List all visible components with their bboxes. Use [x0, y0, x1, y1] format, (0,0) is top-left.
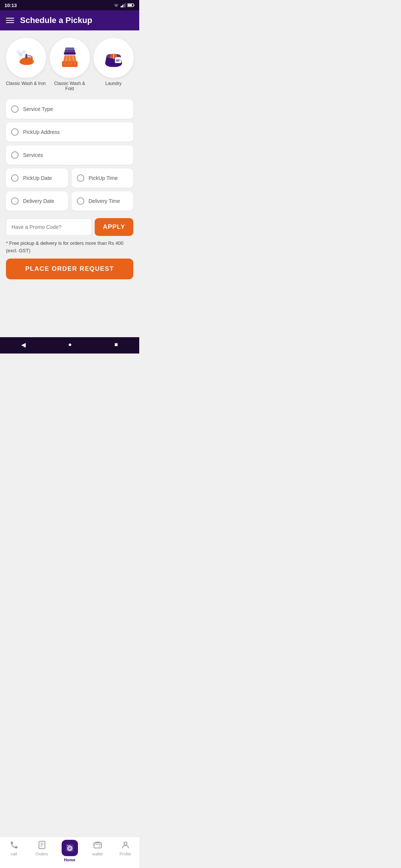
hamburger-line2: [6, 20, 14, 21]
svg-rect-18: [65, 47, 74, 50]
delivery-time-item[interactable]: Delivery Time: [72, 191, 134, 211]
status-icons: [113, 3, 135, 7]
svg-rect-5: [134, 5, 135, 6]
wash-iron-icon-circle: [6, 38, 46, 78]
pickup-date-radio[interactable]: [11, 174, 19, 182]
hamburger-line3: [6, 22, 14, 23]
pickup-time-label: PickUp Time: [89, 175, 118, 181]
laundry-icon-circle: 40°: [94, 38, 134, 78]
pickup-date-label: PickUp Date: [23, 175, 52, 181]
laundry-icon: 40°: [101, 45, 127, 71]
services-radio[interactable]: [11, 151, 19, 159]
services-item[interactable]: Services: [6, 145, 133, 165]
service-type-label: Service Type: [23, 106, 53, 112]
apply-promo-button[interactable]: APPLY: [95, 218, 133, 236]
svg-rect-8: [25, 54, 27, 59]
wifi-icon: [113, 3, 119, 7]
place-order-button[interactable]: PLACE ORDER REQUEST: [6, 259, 133, 279]
service-cards-section: Classic Wash & Iron: [0, 30, 139, 95]
svg-rect-2: [124, 4, 125, 7]
svg-text:40°: 40°: [115, 59, 121, 62]
wash-iron-label: Classic Wash & Iron: [6, 81, 46, 86]
wash-fold-icon: [57, 45, 83, 71]
app-header: Schedule a Pickup: [0, 10, 139, 30]
home-button[interactable]: ●: [68, 341, 72, 348]
service-type-radio[interactable]: [11, 105, 19, 113]
service-card-wash-fold[interactable]: Classic Wash & Fold: [50, 38, 90, 91]
status-time: 10:13: [4, 3, 17, 8]
pickup-time-radio[interactable]: [77, 174, 84, 182]
android-nav-bar: ◀ ● ■: [0, 337, 139, 354]
form-section: Service Type PickUp Address Services Pic…: [0, 95, 139, 215]
back-button[interactable]: ◀: [21, 341, 26, 348]
pickup-time-item[interactable]: PickUp Time: [72, 168, 134, 188]
service-card-wash-iron[interactable]: Classic Wash & Iron: [6, 38, 46, 91]
pickup-address-radio[interactable]: [11, 128, 19, 136]
svg-point-10: [22, 50, 26, 54]
status-bar: 10:13: [0, 0, 139, 10]
svg-rect-6: [128, 4, 132, 6]
delivery-date-label: Delivery Date: [23, 198, 54, 204]
svg-rect-0: [121, 6, 122, 7]
pickup-date-item[interactable]: PickUp Date: [6, 168, 68, 188]
battery-icon: [127, 3, 135, 7]
delivery-row: Delivery Date Delivery Time: [6, 191, 133, 211]
service-card-laundry[interactable]: 40° Laundry: [94, 38, 134, 91]
services-label: Services: [23, 152, 43, 158]
pickup-address-label: PickUp Address: [23, 129, 60, 135]
svg-point-11: [16, 50, 20, 54]
pickup-address-item[interactable]: PickUp Address: [6, 122, 133, 142]
wash-fold-icon-circle: [50, 38, 90, 78]
delivery-date-radio[interactable]: [11, 197, 19, 205]
signal-icon: [121, 3, 126, 7]
wash-fold-label: Classic Wash & Fold: [50, 81, 90, 91]
delivery-date-item[interactable]: Delivery Date: [6, 191, 68, 211]
promo-code-input[interactable]: [6, 218, 92, 236]
svg-rect-16: [64, 52, 76, 55]
recents-button[interactable]: ■: [114, 341, 118, 348]
service-type-item[interactable]: Service Type: [6, 99, 133, 119]
pickup-row: PickUp Date PickUp Time: [6, 168, 133, 188]
wash-iron-icon: [13, 45, 39, 71]
svg-rect-17: [65, 50, 75, 52]
hamburger-line1: [6, 18, 14, 19]
notice-text: * Free pickup & delivery is for orders m…: [0, 238, 139, 259]
page-title: Schedule a Pickup: [20, 16, 92, 25]
svg-rect-12: [62, 61, 78, 67]
delivery-time-radio[interactable]: [77, 197, 84, 205]
menu-button[interactable]: [6, 18, 14, 23]
svg-rect-3: [125, 3, 126, 7]
laundry-label: Laundry: [105, 81, 121, 86]
promo-section: APPLY: [0, 215, 139, 238]
svg-rect-1: [122, 5, 123, 7]
delivery-time-label: Delivery Time: [89, 198, 120, 204]
